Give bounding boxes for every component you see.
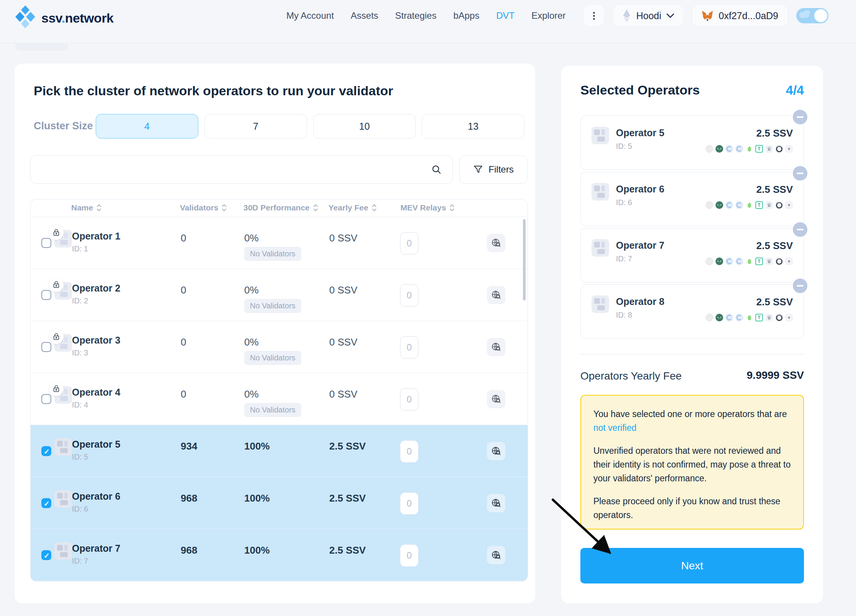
- lock-icon: [49, 225, 64, 240]
- nav-explorer[interactable]: Explorer: [531, 10, 565, 21]
- page: ssv.network My Account Assets Strategies…: [0, 0, 856, 616]
- ethereum-icon: [622, 9, 631, 22]
- explorer-link-icon[interactable]: [487, 494, 505, 512]
- relay-icon-crown: [765, 201, 773, 209]
- row-checkbox[interactable]: [41, 394, 51, 404]
- operator-name: Operator 4: [72, 387, 120, 398]
- scrolled-element-remnant: [15, 44, 68, 51]
- operator-id: ID: 7: [72, 557, 88, 565]
- more-menu-button[interactable]: [583, 5, 604, 27]
- cluster-size-7[interactable]: 7: [204, 114, 307, 139]
- validators-count: 968: [181, 492, 197, 504]
- mev-relay-icons: [706, 145, 793, 153]
- operator-id: ID: 7: [616, 254, 632, 263]
- nav-my-account[interactable]: My Account: [286, 10, 334, 21]
- theme-toggle[interactable]: [796, 8, 828, 23]
- operator-name: Operator 7: [72, 543, 120, 554]
- row-checkbox[interactable]: [41, 290, 51, 300]
- filters-button[interactable]: Filters: [459, 155, 528, 184]
- validators-count: 0: [181, 232, 186, 244]
- operator-avatar: [591, 183, 609, 200]
- table-row-operator-3[interactable]: Operator 3 ID: 3 0 0% No Validators 0 SS…: [31, 321, 528, 373]
- operator-fee: 2.5 SSV: [756, 240, 793, 252]
- table-row-operator-5[interactable]: Operator 5 ID: 5 934 100% 2.5 SSV 0: [31, 425, 528, 477]
- performance-value: 100%: [244, 492, 270, 504]
- selected-operator-card-6: Operator 6 ID: 6 2.5 SSV: [580, 172, 804, 226]
- cluster-size-13[interactable]: 13: [422, 114, 524, 139]
- column-header-performance[interactable]: 30D Performance: [243, 203, 319, 212]
- logo-text: ssv.network: [41, 11, 114, 26]
- operator-id: ID: 5: [616, 142, 632, 151]
- operator-name: Operator 8: [616, 296, 664, 307]
- lock-icon: [49, 381, 64, 396]
- nav-bapps[interactable]: bApps: [453, 10, 479, 21]
- relay-icon-crown: [765, 257, 773, 265]
- search-input[interactable]: [40, 156, 419, 183]
- explorer-link-icon[interactable]: [487, 390, 505, 408]
- row-checkbox-checked[interactable]: [41, 446, 51, 456]
- remove-operator-button[interactable]: [793, 222, 807, 237]
- operator-id: ID: 4: [72, 401, 88, 409]
- relay-icon-green-leaf: [745, 201, 753, 209]
- explorer-link-icon[interactable]: [487, 338, 505, 356]
- row-checkbox-checked[interactable]: [41, 498, 51, 508]
- mev-relay-icons: [706, 314, 793, 321]
- selected-operator-card-5: Operator 5 ID: 5 2.5 SSV: [580, 116, 804, 170]
- column-header-validators[interactable]: Validators: [180, 203, 227, 212]
- sort-icon: [371, 204, 377, 212]
- operator-avatar: [591, 295, 609, 313]
- explorer-link-icon[interactable]: [487, 286, 505, 304]
- selected-operator-card-7: Operator 7 ID: 7 2.5 SSV: [580, 228, 804, 282]
- search-icon[interactable]: [431, 164, 442, 176]
- row-checkbox[interactable]: [41, 342, 51, 352]
- operator-name: Operator 5: [72, 439, 120, 450]
- wallet-button[interactable]: 0xf27d...0aD9: [692, 5, 788, 27]
- relay-icon-green-leaf: [745, 145, 753, 153]
- app-logo[interactable]: ssv.network: [15, 5, 114, 31]
- cluster-size-4[interactable]: 4: [96, 114, 198, 139]
- warning-line-2: Unverified operators that were not revie…: [593, 444, 791, 485]
- table-row-operator-4[interactable]: Operator 4 ID: 4 0 0% No Validators 0 SS…: [31, 373, 528, 425]
- column-header-mev-relays[interactable]: MEV Relays: [400, 203, 455, 212]
- performance-value: 100%: [244, 440, 270, 452]
- mev-relays-count: 0: [400, 492, 418, 515]
- network-selector[interactable]: Hoodi: [613, 5, 684, 27]
- relay-icon-crown: [765, 314, 773, 321]
- explorer-link-icon[interactable]: [487, 442, 505, 460]
- relay-icon-titan-t: [755, 201, 763, 209]
- column-header-name[interactable]: Name: [71, 203, 102, 212]
- performance-value: 0%: [244, 336, 259, 348]
- remove-operator-button[interactable]: [793, 110, 807, 124]
- remove-operator-button[interactable]: [793, 166, 807, 181]
- top-nav: ssv.network My Account Assets Strategies…: [0, 0, 856, 43]
- table-scrollbar[interactable]: [523, 219, 526, 300]
- column-header-yearly-fee[interactable]: Yearly Fee: [328, 203, 377, 212]
- operator-id: ID: 1: [72, 244, 88, 253]
- row-checkbox-checked[interactable]: [41, 550, 51, 560]
- table-row-operator-7[interactable]: Operator 7 ID: 7 968 100% 2.5 SSV 0: [31, 529, 528, 581]
- table-row-operator-6[interactable]: Operator 6 ID: 6 968 100% 2.5 SSV 0: [31, 477, 528, 529]
- table-row-operator-1[interactable]: Operator 1 ID: 1 0 0% No Validators 0 SS…: [31, 217, 528, 269]
- lock-icon: [49, 277, 64, 292]
- remove-operator-button[interactable]: [793, 279, 807, 293]
- relay-icon-green-mask: [716, 145, 723, 153]
- explorer-link-icon[interactable]: [487, 234, 505, 252]
- relay-icon-blue-swirl: [735, 145, 743, 153]
- lock-icon: [49, 329, 64, 344]
- operator-search: [30, 155, 453, 184]
- nav-assets[interactable]: Assets: [351, 10, 378, 21]
- relay-icon-eagle: [785, 314, 793, 321]
- row-checkbox[interactable]: [41, 238, 51, 248]
- cloud-icon: [804, 10, 810, 15]
- next-button[interactable]: Next: [580, 548, 804, 583]
- toggle-knob: [814, 9, 827, 22]
- cluster-size-10[interactable]: 10: [313, 114, 416, 139]
- not-verified-link[interactable]: not verified: [593, 423, 637, 433]
- nav-dvt[interactable]: DVT: [496, 10, 515, 21]
- explorer-link-icon[interactable]: [487, 546, 505, 564]
- validators-count: 0: [181, 388, 186, 400]
- table-row-operator-2[interactable]: Operator 2 ID: 2 0 0% No Validators 0 SS…: [31, 269, 528, 321]
- nav-strategies[interactable]: Strategies: [395, 10, 436, 21]
- operator-id: ID: 3: [72, 349, 88, 357]
- table-header: Name Validators 30D Performance Yearly F…: [31, 199, 528, 217]
